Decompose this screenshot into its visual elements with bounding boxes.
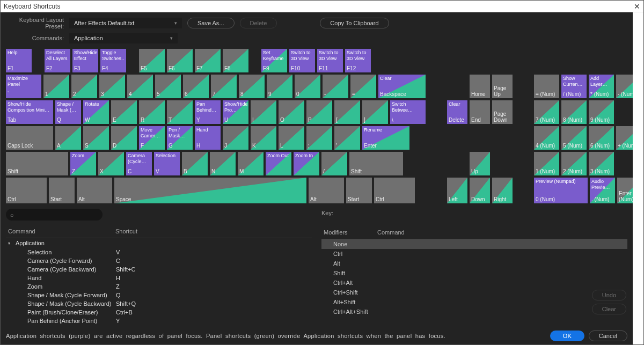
key-l[interactable]: L — [279, 126, 304, 150]
modifier-row[interactable]: Alt+Shift — [321, 297, 627, 307]
key-x[interactable]: X — [98, 152, 124, 175]
key-end[interactable]: End — [470, 100, 490, 124]
key--[interactable]: Switch Betwee…\ — [390, 100, 426, 124]
command-row[interactable]: Shape / Mask (Cycle Forward)Q — [6, 291, 312, 299]
key-z[interactable]: ZoomZ — [70, 152, 96, 175]
key-q[interactable]: Shape / Mask (…Q — [55, 100, 81, 124]
key-backspace[interactable]: ClearBackspace — [378, 75, 426, 98]
key-f8[interactable]: F8 — [223, 49, 248, 72]
key--[interactable]: ' — [334, 126, 360, 150]
key-shift[interactable]: Shift — [349, 152, 403, 175]
key-t[interactable]: T — [167, 100, 193, 124]
command-row[interactable]: HandH — [6, 274, 312, 282]
key-up[interactable]: Up — [470, 152, 490, 175]
key-9-num-[interactable]: 9 (Num) — [589, 100, 614, 124]
key-w[interactable]: RotateW — [83, 100, 109, 124]
key-8[interactable]: 8 — [239, 75, 265, 98]
close-icon[interactable]: ✕ — [634, 2, 640, 11]
key-space[interactable]: Space — [114, 178, 306, 203]
key--num-[interactable]: Audio Previe…. (Num) — [590, 178, 615, 203]
key-start[interactable]: Start — [346, 178, 372, 203]
key--[interactable]: ] — [362, 100, 388, 124]
command-row[interactable]: SelectionV — [6, 248, 312, 256]
modifier-row[interactable]: Ctrl — [321, 249, 627, 259]
key--[interactable]: [ — [334, 100, 360, 124]
key-e[interactable]: E — [111, 100, 137, 124]
key--[interactable]: Zoom In. — [294, 152, 319, 175]
clear-button[interactable]: Clear — [592, 304, 626, 314]
key-right[interactable]: Right — [492, 178, 513, 203]
key--[interactable]: / — [321, 152, 347, 175]
key--[interactable]: = — [350, 75, 376, 98]
key-f10[interactable]: Switch to 3D View #1F10 — [289, 49, 315, 72]
key-a[interactable]: A — [55, 126, 81, 150]
modifier-row[interactable]: Alt — [321, 259, 627, 268]
key-j[interactable]: J — [223, 126, 248, 150]
key--num-[interactable]: = (Num) — [534, 75, 559, 98]
key-s[interactable]: S — [83, 126, 109, 150]
key-d[interactable]: D — [111, 126, 137, 150]
key-5[interactable]: 5 — [155, 75, 181, 98]
key--[interactable]: ; — [306, 126, 332, 150]
key--[interactable]: Zoom Out, — [266, 152, 291, 175]
modifier-row[interactable]: None — [321, 239, 627, 249]
key-6[interactable]: 6 — [183, 75, 209, 98]
key-k[interactable]: K — [251, 126, 276, 150]
modifier-row[interactable]: Ctrl+Alt+Shift — [321, 307, 627, 317]
key-1-num-[interactable]: 1 (Num) — [534, 152, 559, 175]
key-5-num-[interactable]: 5 (Num) — [561, 126, 587, 150]
key-0[interactable]: 0 — [295, 75, 320, 98]
key-0-num-[interactable]: Preview (Numpad)0 (Num) — [534, 178, 588, 203]
key-4-num-[interactable]: 4 (Num) — [534, 126, 559, 150]
command-row[interactable]: Shape / Mask (Cycle Backward)Shift+Q — [6, 299, 312, 308]
key-o[interactable]: O — [279, 100, 304, 124]
key-ctrl[interactable]: Ctrl — [6, 178, 47, 203]
key--[interactable]: Maximize Panel` — [6, 75, 41, 98]
command-row[interactable]: Camera (Cycle Forward)C — [6, 256, 312, 265]
command-row[interactable]: Camera (Cycle Backward)Shift+C — [6, 265, 312, 274]
undo-button[interactable]: Undo — [592, 290, 626, 300]
key-7[interactable]: 7 — [211, 75, 237, 98]
key-g[interactable]: Pen / Mask…G — [167, 126, 193, 150]
modifier-row[interactable]: Ctrl+Alt — [321, 278, 627, 288]
save-as-button[interactable]: Save As... — [187, 18, 235, 28]
key-f7[interactable]: F7 — [195, 49, 221, 72]
key-alt[interactable]: Alt — [309, 178, 344, 203]
commands-list[interactable]: ▾ApplicationSelectionVCamera (Cycle Forw… — [6, 238, 312, 326]
command-row[interactable]: ZoomZ — [6, 282, 312, 291]
key-enter[interactable]: RenameEnter — [362, 126, 409, 150]
key-2-num-[interactable]: 2 (Num) — [561, 152, 587, 175]
key-u[interactable]: Show/Hide Pro…U — [223, 100, 248, 124]
key-page-up[interactable]: Page Up — [492, 75, 513, 98]
key-b[interactable]: B — [182, 152, 208, 175]
delete-button[interactable]: Delete — [240, 18, 277, 28]
key-f6[interactable]: F6 — [167, 49, 193, 72]
key-7-num-[interactable]: 7 (Num) — [534, 100, 559, 124]
key-m[interactable]: M — [238, 152, 264, 175]
key-f9[interactable]: Set Keyframe t…F9 — [261, 49, 287, 72]
key-left[interactable]: Left — [447, 178, 467, 203]
key-tab[interactable]: Show/Hide Composition Mini…Tab — [6, 100, 53, 124]
key-start[interactable]: Start — [49, 178, 75, 203]
key-2[interactable]: 2 — [71, 75, 97, 98]
key-caps-lock[interactable]: Caps Lock — [6, 126, 53, 150]
modifier-row[interactable]: Ctrl+Shift — [321, 288, 627, 297]
key--num-[interactable]: Add Layer…* (Num) — [589, 75, 614, 98]
key-3-num-[interactable]: 3 (Num) — [589, 152, 614, 175]
commands-dropdown[interactable]: Application ▾ — [69, 33, 178, 43]
key-6-num-[interactable]: 6 (Num) — [589, 126, 614, 150]
key-h[interactable]: HandH — [195, 126, 221, 150]
command-row[interactable]: Pan Behind (Anchor Point)Y — [6, 317, 312, 325]
key-home[interactable]: Home — [470, 75, 490, 98]
command-row[interactable]: Paint (Brush/Clone/Eraser)Ctrl+B — [6, 308, 312, 317]
key--[interactable]: - — [323, 75, 348, 98]
key-down[interactable]: Down — [470, 178, 490, 203]
key-c[interactable]: Camera (Cycle…C — [126, 152, 152, 175]
search-input[interactable]: ⌕ — [6, 209, 103, 221]
key-f1[interactable]: HelpF1 — [6, 49, 32, 72]
key-alt[interactable]: Alt — [77, 178, 112, 203]
key-f[interactable]: Move Camer…F — [139, 126, 165, 150]
key-n[interactable]: N — [210, 152, 236, 175]
key-3[interactable]: 3 — [99, 75, 125, 98]
modifier-row[interactable]: Shift — [321, 268, 627, 278]
